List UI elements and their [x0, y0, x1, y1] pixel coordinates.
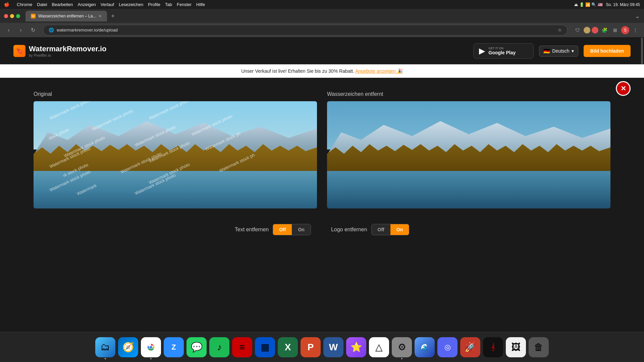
dock-item-safari[interactable]: 🧭 [118, 337, 138, 357]
wm-11: Watermark stock photo [120, 151, 162, 175]
menu-hilfe[interactable]: Hilfe [196, 2, 205, 7]
maximize-window-btn[interactable] [16, 14, 20, 18]
dock-item-zoom[interactable]: Z [164, 337, 184, 357]
dock-item-preview[interactable]: 🖼 [506, 337, 526, 357]
menubar-icons: ⏏ 🔋 📶 🔍 🇺🇸 [574, 2, 602, 7]
bookmark-icon: ☆ [558, 27, 562, 33]
google-play-top-text: GET IT ON [488, 47, 516, 50]
google-play-btn[interactable]: ▶ GET IT ON Google Play [473, 43, 534, 59]
shield-icon[interactable]: 🛡 [573, 25, 582, 35]
images-container: Original Watermark stock photo Watermark… [34, 91, 610, 208]
scrollbar-thumb[interactable] [641, 38, 643, 64]
language-selector[interactable]: 🇩🇪 Deutsch ▾ [539, 46, 578, 57]
watermark-overlay: Watermark stock photo Watermark stock ph… [34, 101, 317, 208]
site-header: 🔖 WatermarkRemover.io by PixelBin.io ▶ G… [0, 38, 644, 64]
text-toggle-switch[interactable]: Off On [273, 224, 311, 235]
wm-14: Watermark stock photo [148, 162, 191, 185]
security-icon: 🌐 [49, 27, 54, 33]
scrollbar[interactable] [641, 38, 643, 272]
profile-avatar[interactable]: S [621, 26, 629, 34]
preview-icon: 🖼 [511, 342, 521, 353]
menu-fenster[interactable]: Fenster [177, 2, 192, 7]
address-bar[interactable]: 🌐 watermarkremover.io/de/upload ☆ [43, 25, 568, 36]
extensions-btn[interactable]: 🧩 [600, 25, 609, 35]
text-on-btn[interactable]: On [292, 224, 310, 235]
tab-close-btn[interactable]: ✕ [99, 14, 102, 18]
grid-icon[interactable]: ⊞ [610, 25, 620, 35]
wm-16: Watermark stock photo [134, 173, 176, 196]
original-label: Original [34, 91, 317, 97]
flag-icon: 🇩🇪 [543, 48, 550, 54]
menu-lesezeichen[interactable]: Lesezeichen [119, 2, 143, 7]
dock-item-discord[interactable]: ◎ [437, 337, 458, 357]
forward-btn[interactable]: › [16, 25, 25, 35]
dock-item-drive[interactable]: △ [369, 337, 389, 357]
dock: 🗂 🧭 Z 💬 ♪ ≡ ▦ X P W ⭐ [0, 332, 644, 362]
dock-item-settings[interactable]: ⚙ [392, 337, 412, 357]
google-play-text: GET IT ON Google Play [488, 47, 516, 55]
menu-datei[interactable]: Datei [37, 2, 47, 7]
dock-item-rocket[interactable]: 🚀 [460, 337, 480, 357]
drive-icon: △ [375, 342, 383, 353]
logo-on-btn[interactable]: On [390, 224, 409, 235]
window-controls [4, 14, 20, 18]
logo-toggle-switch[interactable]: Off On [371, 224, 410, 235]
extension-icon-2[interactable] [592, 27, 598, 34]
word-icon: W [329, 342, 338, 353]
extension-icon-1[interactable] [584, 27, 590, 34]
dock-item-finder[interactable]: 🗂 [95, 337, 115, 357]
text-off-btn[interactable]: Off [273, 224, 292, 235]
back-btn[interactable]: ‹ [4, 25, 13, 35]
dock-item-excel[interactable]: X [278, 337, 298, 357]
menu-verlauf[interactable]: Verlauf [101, 2, 114, 7]
dock-item-mercury[interactable]: 🌊 [415, 337, 435, 357]
new-tab-btn[interactable]: + [108, 13, 117, 20]
dock-item-star[interactable]: ⭐ [346, 337, 366, 357]
more-menu-btn[interactable]: ⋮ [631, 25, 640, 35]
wm-6: Watermark stock photo [134, 124, 176, 148]
wm-5: stock photo [48, 127, 70, 141]
active-tab[interactable]: W Wasserzeichen entfernen – La... ✕ [25, 11, 107, 21]
dock-item-word[interactable]: W [323, 337, 343, 357]
close-result-btn[interactable]: ✕ [616, 81, 631, 96]
website: 🔖 WatermarkRemover.io by PixelBin.io ▶ G… [0, 38, 644, 362]
logo-area: 🔖 WatermarkRemover.io by PixelBin.io [13, 45, 107, 57]
chrome-dot [150, 358, 152, 359]
dock-item-whatsapp[interactable]: 💬 [186, 337, 207, 357]
discord-icon: ◎ [444, 343, 451, 352]
dock-item-spotify[interactable]: ♪ [209, 337, 229, 357]
menu-chrome[interactable]: Chrome [17, 2, 32, 7]
wm-8: Watermark stock photo [63, 135, 106, 159]
sound-icon: 𝄞 [491, 343, 495, 351]
logo-off-btn[interactable]: Off [372, 224, 390, 235]
reload-btn[interactable]: ↻ [28, 25, 38, 35]
minimize-window-btn[interactable] [10, 14, 14, 18]
wm-7: Watermark stock ph [204, 131, 241, 152]
toolbar-icons-right: 🛡 🧩 ⊞ S ⋮ [573, 25, 640, 35]
menu-profile[interactable]: Profile [148, 2, 160, 7]
apple-icon[interactable]: 🍎 [4, 2, 9, 7]
banner-link[interactable]: Angebote anzeigen 🎉 [355, 68, 403, 74]
upload-btn[interactable]: Bild hochladen [584, 45, 631, 57]
logo-text: WatermarkRemover.io [29, 45, 107, 53]
menu-bearbeiten[interactable]: Bearbeiten [52, 2, 73, 7]
dock-item-trello[interactable]: ▦ [255, 337, 275, 357]
dock-item-powerpoint[interactable]: P [301, 337, 321, 357]
dock-item-sound[interactable]: 𝄞 [483, 337, 503, 357]
dock-item-trash[interactable]: 🗑 [529, 337, 549, 357]
menubar: 🍎 Chrome Datei Bearbeiten Anzeigen Verla… [0, 0, 644, 9]
menu-anzeigen[interactable]: Anzeigen [78, 2, 96, 7]
tasks-icon: ≡ [239, 342, 245, 353]
result-image-wrapper [327, 101, 610, 208]
settings-dot [401, 358, 402, 359]
browser-dropdown-btn[interactable]: ⌄ [635, 12, 640, 20]
dock-item-tasks[interactable]: ≡ [232, 337, 252, 357]
dock-item-chrome[interactable] [141, 337, 161, 357]
original-image-section: Original Watermark stock photo Watermark… [34, 91, 317, 208]
close-window-btn[interactable] [4, 14, 8, 18]
menu-tab[interactable]: Tab [165, 2, 172, 7]
text-remove-control: Text entfernen Off On [235, 224, 311, 235]
wm-12: Watermark stock ph [218, 152, 256, 173]
controls-row: Text entfernen Off On Logo entfernen Off… [34, 219, 610, 241]
wm-15: Watermark stock photo [49, 169, 91, 193]
